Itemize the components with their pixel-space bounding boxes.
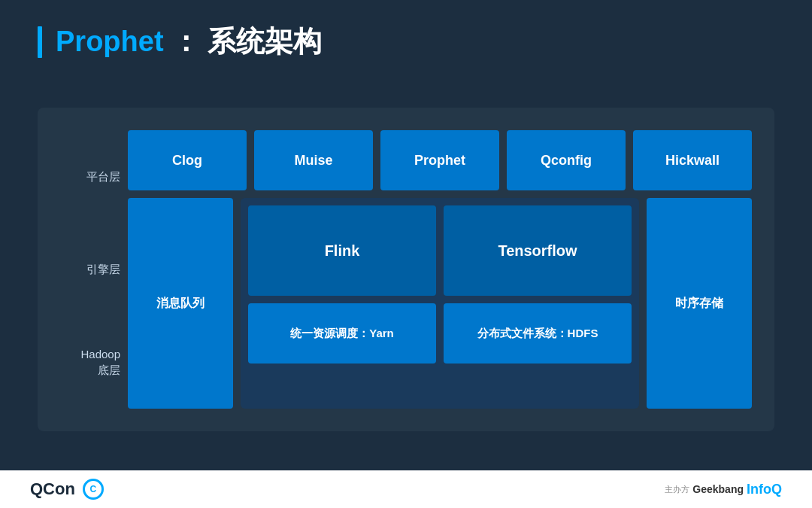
geekbang-label: Geekbang: [692, 483, 744, 495]
engine-wrapper: Flink Tensorflow 统一资源调度：Yarn: [241, 198, 639, 409]
label-engine: 引擎层: [53, 239, 120, 300]
box-muise[interactable]: Muise: [254, 130, 373, 190]
engine-row: Flink Tensorflow: [248, 205, 632, 296]
title-colon: ：: [171, 23, 200, 61]
platform-row: Clog Muise Prophet Qconfig Hickwall: [128, 130, 752, 190]
footer-organizer: 主办方 Geekbang InfoQ: [665, 482, 782, 497]
label-hadoop: Hadoop底层: [53, 332, 120, 392]
box-tensorflow[interactable]: Tensorflow: [444, 205, 632, 296]
box-time-storage[interactable]: 时序存储: [647, 198, 752, 409]
middle-columns: Flink Tensorflow 统一资源调度：Yarn: [241, 198, 639, 409]
organizer-label: 主办方: [665, 484, 689, 495]
title-chinese: 系统架构: [208, 23, 322, 61]
slide: Prophet ： 系统架构 平台层 引擎层 Hadoop底层 Clog: [0, 0, 812, 508]
box-message-queue[interactable]: 消息队列: [128, 198, 233, 409]
box-hdfs[interactable]: 分布式文件系统：HDFS: [444, 303, 632, 364]
grid-area: Clog Muise Prophet Qconfig Hickwall: [128, 130, 752, 409]
footer: QCon C 主办方 Geekbang InfoQ: [0, 470, 812, 508]
qcon-logo: C: [83, 479, 104, 500]
main-content: 平台层 引擎层 Hadoop底层 Clog Muise Prophet: [0, 76, 812, 470]
box-clog[interactable]: Clog: [128, 130, 247, 190]
infoq-label: InfoQ: [747, 482, 782, 497]
box-yarn[interactable]: 统一资源调度：Yarn: [248, 303, 436, 364]
labels-column: 平台层 引擎层 Hadoop底层: [53, 130, 128, 409]
title-prophet: Prophet: [56, 26, 164, 58]
qcon-label: QCon: [30, 479, 75, 499]
title-bar: [38, 26, 42, 58]
box-qconfig[interactable]: Qconfig: [507, 130, 626, 190]
header: Prophet ： 系统架构: [0, 0, 812, 76]
hadoop-row: 统一资源调度：Yarn 分布式文件系统：HDFS: [248, 303, 632, 364]
page-title: Prophet ： 系统架构: [38, 23, 322, 61]
diagram-container: 平台层 引擎层 Hadoop底层 Clog Muise Prophet: [38, 108, 774, 431]
box-hickwall-platform[interactable]: Hickwall: [633, 130, 752, 190]
label-platform: 平台层: [53, 147, 120, 207]
footer-brand: QCon C: [30, 479, 104, 500]
lower-rows: 消息队列 Flink Tensorflow: [128, 198, 752, 409]
box-prophet[interactable]: Prophet: [380, 130, 499, 190]
box-flink[interactable]: Flink: [248, 205, 436, 296]
